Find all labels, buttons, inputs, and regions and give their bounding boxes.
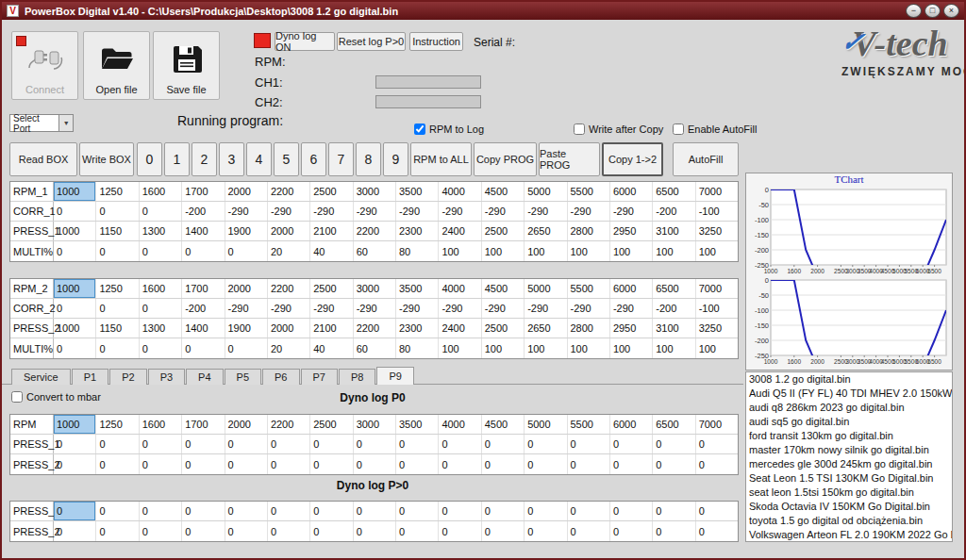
chevron-down-icon[interactable]: ▼: [58, 115, 73, 131]
table-cell[interactable]: -290: [310, 202, 353, 221]
table-cell[interactable]: 0: [310, 502, 353, 520]
table-cell[interactable]: 0: [140, 299, 182, 318]
table-cell[interactable]: 6500: [653, 279, 695, 298]
digit-5-button[interactable]: 5: [274, 142, 299, 176]
table-cell[interactable]: -290: [396, 202, 439, 221]
table-cell[interactable]: 0: [439, 502, 481, 520]
table-cell[interactable]: 0: [140, 241, 182, 261]
table-cell[interactable]: -290: [268, 299, 310, 318]
file-item[interactable]: mercedes gle 300d 245km go digital.bin: [746, 457, 952, 471]
table-cell[interactable]: 0: [140, 454, 182, 474]
digit-4-button[interactable]: 4: [246, 142, 272, 176]
table-cell[interactable]: 40: [310, 241, 353, 261]
table-cell[interactable]: 3000: [354, 182, 396, 201]
digit-7-button[interactable]: 7: [328, 142, 354, 176]
table-cell[interactable]: 0: [525, 435, 567, 453]
table-cell[interactable]: 0: [140, 338, 182, 358]
table-cell[interactable]: -290: [354, 202, 396, 221]
open-file-button[interactable]: Open file: [83, 31, 150, 100]
table-cell[interactable]: 1400: [182, 319, 225, 338]
table-cell[interactable]: 0: [482, 502, 525, 520]
table-cell[interactable]: 0: [525, 454, 567, 474]
copy-1-to-2-button[interactable]: Copy 1->2: [602, 142, 663, 176]
table-cell[interactable]: 3250: [696, 222, 738, 240]
table-cell[interactable]: -290: [482, 299, 525, 318]
table-cell[interactable]: 100: [482, 241, 525, 261]
table-cell[interactable]: 100: [439, 338, 481, 358]
table-cell[interactable]: 1000: [54, 222, 96, 240]
table-cell[interactable]: 4000: [439, 415, 481, 434]
file-item[interactable]: master 170km nowy silnik go digital.bin: [746, 443, 952, 457]
connect-button[interactable]: Connect: [11, 31, 78, 100]
table-cell[interactable]: -290: [525, 202, 567, 221]
table-cell[interactable]: 2400: [439, 319, 481, 338]
table-cell[interactable]: 0: [96, 299, 139, 318]
file-item[interactable]: 3008 1.2 go digital.bin: [746, 372, 952, 387]
table-cell[interactable]: 100: [439, 241, 481, 261]
enable-autofill-input[interactable]: [673, 124, 684, 135]
rpm-to-log-input[interactable]: [414, 124, 425, 135]
table-cell[interactable]: -200: [653, 299, 695, 318]
table-cell[interactable]: -200: [182, 202, 225, 221]
table-cell[interactable]: 0: [225, 338, 268, 358]
file-item[interactable]: toyota 1.5 go digital od obciążenia.bin: [746, 514, 952, 528]
table-cell[interactable]: 100: [696, 241, 738, 261]
table-cell[interactable]: 0: [225, 521, 268, 541]
table-cell[interactable]: 0: [96, 454, 139, 474]
table-cell[interactable]: -100: [696, 202, 738, 221]
table-cell[interactable]: 1000: [54, 279, 96, 298]
tab-p8[interactable]: P8: [339, 369, 375, 385]
table-cell[interactable]: 0: [182, 521, 225, 541]
table-cell[interactable]: 1300: [140, 319, 182, 338]
table-cell[interactable]: 6500: [653, 182, 695, 201]
table-cell[interactable]: -290: [225, 299, 268, 318]
table-cell[interactable]: 0: [525, 502, 567, 520]
table-cell[interactable]: 0: [310, 521, 353, 541]
table-cell[interactable]: 2950: [610, 319, 653, 338]
tab-p1[interactable]: P1: [72, 369, 108, 385]
table-cell[interactable]: -290: [482, 202, 525, 221]
write-after-copy-input[interactable]: [574, 124, 585, 135]
table-cell[interactable]: 2500: [310, 279, 353, 298]
table-cell[interactable]: 5000: [525, 415, 567, 434]
table-cell[interactable]: 4000: [439, 182, 481, 201]
table-cell[interactable]: 100: [525, 241, 567, 261]
table-cell[interactable]: 7000: [696, 415, 738, 434]
table-cell[interactable]: 0: [482, 435, 525, 453]
close-button[interactable]: ×: [943, 4, 959, 18]
table-cell[interactable]: 0: [54, 454, 96, 474]
file-item[interactable]: Seat Leon 1.5 TSI 130KM Go Digital.bin: [746, 471, 952, 486]
file-item[interactable]: seat leon 1.5tsi 150km go digital.bin: [746, 486, 952, 500]
table-cell[interactable]: 2000: [225, 182, 268, 201]
table-cell[interactable]: 0: [310, 435, 353, 453]
table-cell[interactable]: 1000: [54, 319, 96, 338]
table-cell[interactable]: -290: [439, 202, 481, 221]
table-cell[interactable]: 0: [225, 454, 268, 474]
table-cell[interactable]: -290: [439, 299, 481, 318]
table-cell[interactable]: 6500: [653, 415, 695, 434]
table-cell[interactable]: 100: [610, 241, 653, 261]
table-cell[interactable]: -200: [653, 202, 695, 221]
table-cell[interactable]: 3500: [396, 182, 439, 201]
table-cell[interactable]: 0: [268, 454, 310, 474]
table-cell[interactable]: 3100: [653, 222, 695, 240]
table-cell[interactable]: 0: [653, 454, 695, 474]
table-cell[interactable]: 0: [696, 502, 738, 520]
table-cell[interactable]: 0: [54, 241, 96, 261]
table-cell[interactable]: 0: [182, 435, 225, 453]
table-cell[interactable]: 2500: [310, 415, 353, 434]
table-cell[interactable]: 2300: [396, 319, 439, 338]
tab-p5[interactable]: P5: [225, 369, 261, 385]
table-cell[interactable]: 100: [568, 338, 610, 358]
copy-prog-button[interactable]: Copy PROG: [474, 142, 537, 176]
table-cell[interactable]: -200: [182, 299, 225, 318]
table-cell[interactable]: -100: [696, 299, 738, 318]
table-cell[interactable]: 0: [140, 521, 182, 541]
table-cell[interactable]: 3100: [653, 319, 695, 338]
table-cell[interactable]: 0: [54, 435, 96, 453]
table-cell[interactable]: 0: [568, 435, 610, 453]
table-cell[interactable]: 20: [268, 241, 310, 261]
table-cell[interactable]: 5000: [525, 279, 567, 298]
table-cell[interactable]: -290: [354, 299, 396, 318]
table-cell[interactable]: 100: [653, 241, 695, 261]
